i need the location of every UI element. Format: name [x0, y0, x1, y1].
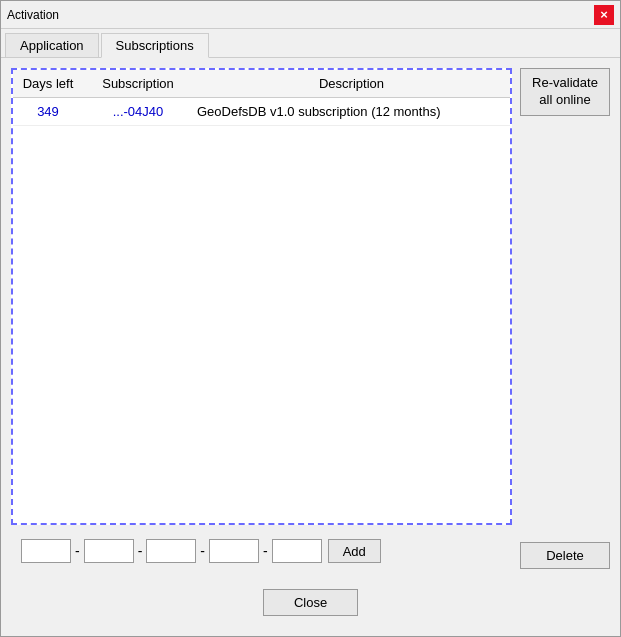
table-body: 349 ...-04J40 GeoDefsDB v1.0 subscriptio…: [13, 98, 510, 523]
delete-button[interactable]: Delete: [520, 542, 610, 569]
activation-window: Activation × Application Subscriptions D…: [0, 0, 621, 637]
separator-3: -: [196, 543, 209, 559]
header-days-left: Days left: [13, 74, 83, 93]
window-title: Activation: [7, 8, 59, 22]
separator-1: -: [71, 543, 84, 559]
table-row[interactable]: 349 ...-04J40 GeoDefsDB v1.0 subscriptio…: [13, 98, 510, 126]
tab-application[interactable]: Application: [5, 33, 99, 57]
content-area: Days left Subscription Description 349 .…: [1, 58, 620, 579]
cell-subscription: ...-04J40: [83, 102, 193, 121]
license-field-4[interactable]: [209, 539, 259, 563]
license-field-3[interactable]: [146, 539, 196, 563]
header-subscription: Subscription: [83, 74, 193, 93]
title-bar: Activation ×: [1, 1, 620, 29]
header-description: Description: [193, 74, 510, 93]
side-panel: Re-validate all online Delete: [520, 68, 610, 569]
revalidate-button[interactable]: Re-validate all online: [520, 68, 610, 116]
close-button[interactable]: Close: [263, 589, 358, 616]
license-input-row: - - - - Add: [11, 533, 512, 569]
separator-4: -: [259, 543, 272, 559]
tabs-bar: Application Subscriptions: [1, 29, 620, 58]
license-field-1[interactable]: [21, 539, 71, 563]
window-close-button[interactable]: ×: [594, 5, 614, 25]
cell-days-left: 349: [13, 102, 83, 121]
cell-description: GeoDefsDB v1.0 subscription (12 months): [193, 102, 510, 121]
tab-subscriptions[interactable]: Subscriptions: [101, 33, 209, 58]
license-field-2[interactable]: [84, 539, 134, 563]
separator-2: -: [134, 543, 147, 559]
subscriptions-table: Days left Subscription Description 349 .…: [11, 68, 512, 525]
add-button[interactable]: Add: [328, 539, 381, 563]
bottom-area: Close: [1, 579, 620, 636]
table-header: Days left Subscription Description: [13, 70, 510, 98]
license-field-5[interactable]: [272, 539, 322, 563]
